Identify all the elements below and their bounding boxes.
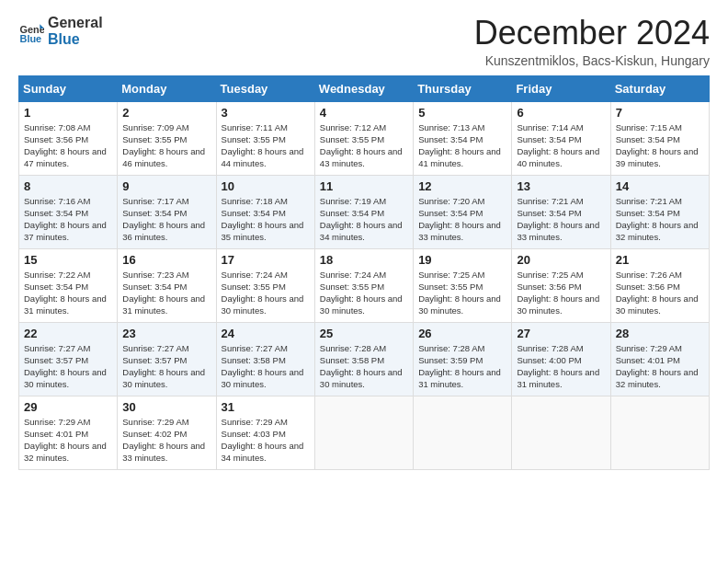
table-row: 8Sunrise: 7:16 AMSunset: 3:54 PMDaylight… <box>19 175 118 248</box>
table-row: 17Sunrise: 7:24 AMSunset: 3:55 PMDayligh… <box>216 248 314 322</box>
calendar-table: Sunday Monday Tuesday Wednesday Thursday… <box>18 75 710 470</box>
col-saturday: Saturday <box>610 75 709 101</box>
table-row: 30Sunrise: 7:29 AMSunset: 4:02 PMDayligh… <box>118 396 216 469</box>
table-row: 27Sunrise: 7:28 AMSunset: 4:00 PMDayligh… <box>512 322 610 396</box>
svg-text:Blue: Blue <box>20 33 42 44</box>
logo: General Blue General Blue <box>18 15 103 47</box>
table-row: 31Sunrise: 7:29 AMSunset: 4:03 PMDayligh… <box>216 396 314 469</box>
table-row: 25Sunrise: 7:28 AMSunset: 3:58 PMDayligh… <box>314 322 413 396</box>
calendar-week-3: 15Sunrise: 7:22 AMSunset: 3:54 PMDayligh… <box>19 248 710 322</box>
table-row: 2Sunrise: 7:09 AMSunset: 3:55 PMDaylight… <box>118 101 216 175</box>
table-row: 11Sunrise: 7:19 AMSunset: 3:54 PMDayligh… <box>314 175 413 248</box>
calendar-week-4: 22Sunrise: 7:27 AMSunset: 3:57 PMDayligh… <box>19 322 710 396</box>
table-row: 5Sunrise: 7:13 AMSunset: 3:54 PMDaylight… <box>414 101 512 175</box>
page-header: General Blue General Blue December 2024 … <box>18 15 710 68</box>
month-title: December 2024 <box>474 15 710 52</box>
table-row: 1Sunrise: 7:08 AMSunset: 3:56 PMDaylight… <box>19 101 118 175</box>
table-row <box>314 396 413 469</box>
table-row <box>414 396 512 469</box>
table-row: 29Sunrise: 7:29 AMSunset: 4:01 PMDayligh… <box>19 396 118 469</box>
table-row: 4Sunrise: 7:12 AMSunset: 3:55 PMDaylight… <box>314 101 413 175</box>
table-row: 19Sunrise: 7:25 AMSunset: 3:55 PMDayligh… <box>414 248 512 322</box>
calendar-week-1: 1Sunrise: 7:08 AMSunset: 3:56 PMDaylight… <box>19 101 710 175</box>
table-row: 26Sunrise: 7:28 AMSunset: 3:59 PMDayligh… <box>414 322 512 396</box>
calendar-week-5: 29Sunrise: 7:29 AMSunset: 4:01 PMDayligh… <box>19 396 710 469</box>
table-row: 13Sunrise: 7:21 AMSunset: 3:54 PMDayligh… <box>512 175 610 248</box>
location-subtitle: Kunszentmiklos, Bacs-Kiskun, Hungary <box>474 53 710 68</box>
table-row: 22Sunrise: 7:27 AMSunset: 3:57 PMDayligh… <box>19 322 118 396</box>
col-wednesday: Wednesday <box>314 75 413 101</box>
calendar-header-row: Sunday Monday Tuesday Wednesday Thursday… <box>19 75 710 101</box>
table-row: 14Sunrise: 7:21 AMSunset: 3:54 PMDayligh… <box>610 175 709 248</box>
logo-blue-text: Blue <box>48 31 103 48</box>
logo-icon: General Blue <box>18 18 44 44</box>
table-row: 20Sunrise: 7:25 AMSunset: 3:56 PMDayligh… <box>512 248 610 322</box>
table-row: 7Sunrise: 7:15 AMSunset: 3:54 PMDaylight… <box>610 101 709 175</box>
table-row <box>512 396 610 469</box>
col-tuesday: Tuesday <box>216 75 314 101</box>
table-row: 21Sunrise: 7:26 AMSunset: 3:56 PMDayligh… <box>610 248 709 322</box>
table-row: 3Sunrise: 7:11 AMSunset: 3:55 PMDaylight… <box>216 101 314 175</box>
table-row: 15Sunrise: 7:22 AMSunset: 3:54 PMDayligh… <box>19 248 118 322</box>
col-friday: Friday <box>512 75 610 101</box>
table-row: 16Sunrise: 7:23 AMSunset: 3:54 PMDayligh… <box>118 248 216 322</box>
table-row <box>610 396 709 469</box>
logo-general-text: General <box>48 15 103 31</box>
table-row: 9Sunrise: 7:17 AMSunset: 3:54 PMDaylight… <box>118 175 216 248</box>
table-row: 23Sunrise: 7:27 AMSunset: 3:57 PMDayligh… <box>118 322 216 396</box>
title-block: December 2024 Kunszentmiklos, Bacs-Kisku… <box>474 15 710 68</box>
calendar-week-2: 8Sunrise: 7:16 AMSunset: 3:54 PMDaylight… <box>19 175 710 248</box>
table-row: 24Sunrise: 7:27 AMSunset: 3:58 PMDayligh… <box>216 322 314 396</box>
col-thursday: Thursday <box>414 75 512 101</box>
col-monday: Monday <box>118 75 216 101</box>
table-row: 6Sunrise: 7:14 AMSunset: 3:54 PMDaylight… <box>512 101 610 175</box>
col-sunday: Sunday <box>19 75 118 101</box>
table-row: 10Sunrise: 7:18 AMSunset: 3:54 PMDayligh… <box>216 175 314 248</box>
table-row: 12Sunrise: 7:20 AMSunset: 3:54 PMDayligh… <box>414 175 512 248</box>
table-row: 28Sunrise: 7:29 AMSunset: 4:01 PMDayligh… <box>610 322 709 396</box>
table-row: 18Sunrise: 7:24 AMSunset: 3:55 PMDayligh… <box>314 248 413 322</box>
